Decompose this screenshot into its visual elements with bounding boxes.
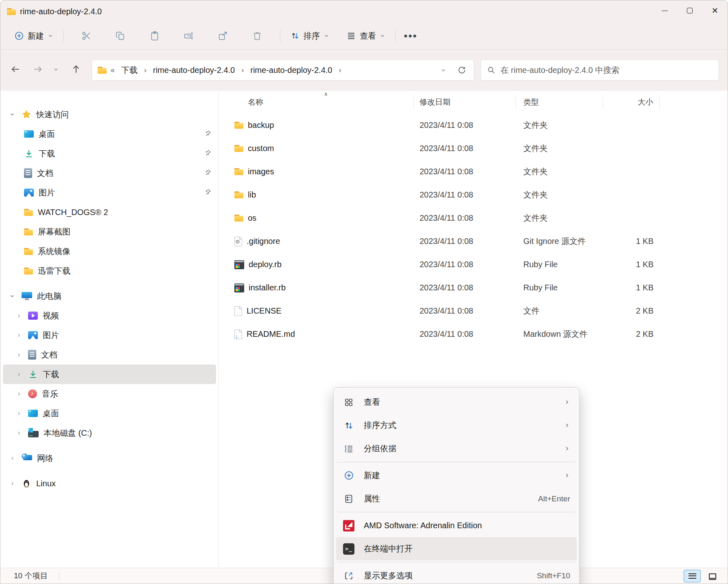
trash-icon: [252, 31, 262, 41]
linux-penguin-icon: [22, 479, 31, 488]
folder-icon: [24, 228, 33, 235]
address-dropdown-button[interactable]: [435, 62, 451, 78]
sidebar-item-documents-quick[interactable]: 文档: [3, 163, 216, 183]
window-folder-icon: [7, 8, 16, 15]
back-button[interactable]: [7, 60, 24, 78]
column-header-name[interactable]: 名称: [219, 95, 414, 109]
menu-item-group-by[interactable]: 分组依据: [336, 437, 577, 460]
menu-item-show-more-options[interactable]: 显示更多选项 Shift+F10: [336, 564, 577, 584]
refresh-button[interactable]: [454, 62, 470, 78]
chevron-right-icon: [14, 430, 23, 436]
menu-item-sort-by[interactable]: 排序方式: [336, 414, 577, 437]
column-header-date[interactable]: 修改日期: [414, 95, 516, 109]
folder-icon: [24, 248, 33, 255]
maximize-button[interactable]: [677, 0, 702, 21]
up-button[interactable]: [67, 60, 85, 78]
this-pc-icon: [22, 292, 32, 300]
menu-separator: [337, 462, 576, 462]
forward-button[interactable]: [29, 60, 47, 78]
folder-icon: [234, 145, 243, 152]
sidebar-item-documents[interactable]: 文档: [3, 345, 216, 364]
share-icon: [218, 31, 228, 41]
breadcrumb-folder-2[interactable]: rime-auto-deploy-2.4.0: [248, 65, 334, 76]
column-header-type[interactable]: 类型: [516, 95, 603, 109]
grid-view-icon: [343, 396, 355, 408]
address-folder-icon: [98, 67, 107, 74]
column-header-size[interactable]: 大小: [603, 95, 660, 109]
sidebar-item-screenshots[interactable]: 屏幕截图: [3, 222, 216, 242]
sidebar-item-desktop[interactable]: 桌面: [3, 124, 216, 144]
sidebar-item-videos[interactable]: 视频: [3, 306, 216, 325]
new-button[interactable]: 新建: [10, 26, 57, 45]
sidebar-item-music[interactable]: 音乐: [3, 384, 216, 404]
menu-item-properties[interactable]: 属性 Alt+Enter: [336, 487, 577, 510]
menu-item-new[interactable]: 新建: [336, 464, 577, 487]
menu-item-amd-software[interactable]: AMD Software: Adrenalin Edition: [336, 514, 577, 537]
navigation-bar: « 下载 › rime-auto-deploy-2.4.0 › rime-aut…: [0, 50, 728, 90]
file-row-deploy-rb[interactable]: deploy.rb 2023/4/11 0:08 Ruby File 1 KB: [219, 253, 728, 276]
file-row-installer-rb[interactable]: installer.rb 2023/4/11 0:08 Ruby File 1 …: [219, 276, 728, 299]
folder-icon: [234, 191, 243, 198]
chevron-right-icon: [8, 456, 17, 461]
titlebar: rime-auto-deploy-2.4.0 ✕: [0, 0, 728, 22]
breadcrumb-prefix: «: [110, 66, 116, 75]
scissors-icon: [81, 31, 92, 41]
sidebar-item-pictures-quick[interactable]: 图片: [3, 183, 216, 202]
breadcrumb-folder-1[interactable]: rime-auto-deploy-2.4.0: [151, 65, 237, 76]
sidebar-item-downloads-quick[interactable]: 下载: [3, 144, 216, 163]
cut-button[interactable]: [77, 26, 96, 45]
sidebar-item-thunder-downloads[interactable]: 迅雷下载: [3, 261, 216, 281]
details-view-icon: [689, 573, 696, 579]
recent-locations-button[interactable]: [48, 60, 63, 78]
sidebar-item-system-images[interactable]: 系统镜像: [3, 242, 216, 261]
rename-button[interactable]: [179, 26, 198, 45]
ruby-file-icon: [234, 283, 244, 292]
address-bar[interactable]: « 下载 › rime-auto-deploy-2.4.0 › rime-aut…: [92, 59, 474, 81]
sidebar-item-downloads[interactable]: 下载: [3, 364, 216, 384]
file-row-license[interactable]: LICENSE 2023/4/11 0:08 文件 2 KB: [219, 299, 728, 323]
chevron-down-icon: [53, 66, 59, 72]
amd-software-icon: [343, 520, 355, 532]
close-button[interactable]: ✕: [702, 0, 728, 21]
sidebar-item-pictures[interactable]: 图片: [3, 325, 216, 345]
file-row-images[interactable]: images 2023/4/11 0:08 文件夹: [219, 160, 728, 183]
more-options-button[interactable]: •••: [401, 26, 420, 45]
sidebar-item-local-disk-c[interactable]: 本地磁盘 (C:): [3, 423, 216, 443]
sidebar-section-network[interactable]: 网络: [3, 448, 216, 468]
chevron-right-icon: [8, 481, 17, 486]
sort-button[interactable]: 排序: [286, 26, 333, 45]
file-row-lib[interactable]: lib 2023/4/11 0:08 文件夹: [219, 183, 728, 206]
paste-button[interactable]: [145, 26, 164, 45]
sidebar-section-linux[interactable]: Linux: [3, 474, 216, 493]
sidebar-item-watch-dogs[interactable]: WATCH_DOGS® 2: [3, 202, 216, 222]
folder-icon: [234, 215, 243, 222]
sidebar-item-desktop-pc[interactable]: 桌面: [3, 404, 216, 423]
file-row-gitignore[interactable]: ⚙.gitignore 2023/4/11 0:08 Git Ignore 源文…: [219, 230, 728, 253]
rename-icon: [184, 31, 194, 41]
file-row-os[interactable]: os 2023/4/11 0:08 文件夹: [219, 206, 728, 230]
pin-icon: [204, 169, 211, 178]
details-view-button[interactable]: [684, 570, 701, 582]
sidebar-section-this-pc[interactable]: 此电脑: [3, 286, 216, 306]
large-icons-view-button[interactable]: [704, 570, 721, 582]
status-divider: [59, 572, 59, 580]
toolbar-divider: [395, 29, 396, 43]
forward-arrow-icon: [33, 64, 43, 75]
file-row-custom[interactable]: custom 2023/4/11 0:08 文件夹: [219, 137, 728, 160]
file-row-backup[interactable]: backup 2023/4/11 0:08 文件夹: [219, 114, 728, 137]
search-input[interactable]: 在 rime-auto-deploy-2.4.0 中搜索: [481, 59, 719, 81]
pin-icon: [204, 149, 211, 158]
window-controls: ✕: [652, 0, 728, 22]
breadcrumb-downloads[interactable]: 下载: [119, 64, 140, 77]
file-row-readme-md[interactable]: ↓README.md 2023/4/11 0:08 Markdown 源文件 2…: [219, 323, 728, 346]
menu-shortcut: Alt+Enter: [538, 494, 570, 503]
share-button[interactable]: [214, 26, 232, 45]
copy-button[interactable]: [111, 26, 130, 45]
delete-button[interactable]: [248, 26, 267, 45]
menu-item-view[interactable]: 查看: [336, 391, 577, 414]
menu-item-open-in-terminal[interactable]: >_ 在终端中打开: [336, 537, 577, 560]
view-button[interactable]: 查看: [342, 26, 389, 45]
sidebar-section-quick-access[interactable]: 快速访问: [3, 105, 216, 124]
minimize-button[interactable]: [652, 0, 677, 21]
search-icon: [487, 66, 496, 75]
